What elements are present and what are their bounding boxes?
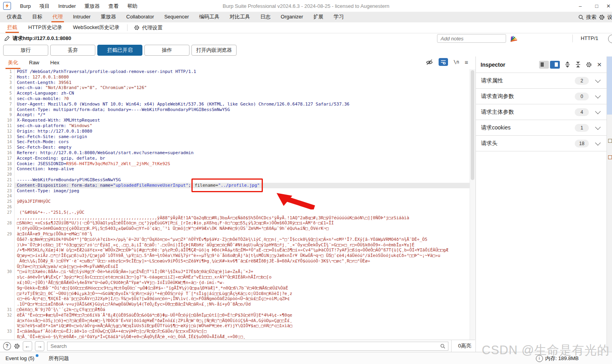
main-tab[interactable]: 代理: [47, 12, 68, 22]
main-tab[interactable]: Organizer: [276, 12, 308, 22]
menu-item-0[interactable]: Burp: [20, 3, 31, 9]
menu-item-3[interactable]: 重放器: [84, 3, 100, 9]
editor-row[interactable]: /+¶>MX5KLñ¿X£æj4)W ù¾□+ÉÆ2úãY¢x×e¨WÔÛxZÞ…: [0, 248, 470, 253]
main-tab[interactable]: 仪表盘: [2, 12, 27, 22]
editor-menu-icon[interactable]: ≡: [464, 59, 468, 66]
editor-row[interactable]: 32ëÈÃ¨³Ê¤ó□□×Φæ□¼Ô+êTëÎM¥□□7□óßíVä´Å³8¿Æ…: [0, 313, 470, 318]
editor-row[interactable]: 18Cookie: JSESSIONID=R9S6-H4TIMv3qcMd7hi…: [0, 161, 470, 167]
drop-button[interactable]: 丢弃: [50, 45, 95, 56]
main-tab[interactable]: 编码工具: [194, 12, 225, 22]
editor-row[interactable]: c□~êG·Ã□*¢□¸¶XÇ6Î·ëã¯þ□□2©ÄVr□J2XyÞ]I/□-…: [0, 296, 470, 302]
editor-row[interactable]: 24: [0, 193, 470, 199]
settings-label[interactable]: 设置: [607, 14, 612, 21]
editor-row[interactable]: □zªzTjÉ9□2□_0C`~Ù0U|□óΦü¿µkJ□Ó¬¬<G©äN□ðy…: [0, 291, 470, 297]
menu-item-4[interactable]: 查看: [108, 3, 118, 9]
editor-row[interactable]: 13Sec-Fetch-Site: same-origin: [0, 134, 470, 140]
chevron-down-icon[interactable]: [595, 77, 601, 82]
editor-row[interactable]: 7User-Agent: Mozilla/5.0 (Windows NT 10.…: [0, 102, 470, 107]
proxy-settings-button[interactable]: 代理设置: [130, 22, 166, 33]
editor-row[interactable]: Q□øy=□»íxíÅz.□*□!ÎÈçµ□ß)u3}/Ç□øjpÔ´ìÔTñ9…: [0, 253, 470, 258]
editor-row[interactable]: 4sec-ch-ua: "Not/A)Brand";v="8", "Chromi…: [0, 85, 470, 91]
inspector-section[interactable]: 请求cookies1: [476, 120, 607, 136]
editor-row[interactable]: ª¦õYyöÜÜ□×ô®HÔümð□□{çêÔÛz□□R.P¾¡5□5403¿±…: [0, 226, 470, 231]
editor-row[interactable]: Ü□7æ=□?□□ùÀ□yæà/¤□à{□y□»è<M«pŸuWN¼©Ès£Î: [0, 264, 470, 269]
editor-row[interactable]: 31□ÒèXõ□¸Ñ¨9j7Ô¨¾\¨´ç2k~□¿CÝq□□□Å¶Òá: [0, 307, 470, 313]
expand-all-icon[interactable]: [565, 62, 570, 67]
help-icon[interactable]: ?: [3, 342, 11, 350]
chevron-down-icon[interactable]: [595, 124, 601, 129]
editor-scrollbar[interactable]: [470, 69, 475, 340]
sub-tab[interactable]: 拦截: [2, 22, 23, 33]
collapsed-doc-icon[interactable]: [608, 139, 612, 143]
main-tab[interactable]: 扩展: [308, 12, 329, 22]
search-label[interactable]: 搜索: [586, 14, 596, 21]
gear-icon[interactable]: [599, 14, 605, 20]
menu-item-5[interactable]: 帮助: [127, 3, 137, 9]
editor-row[interactable]: Õåê7-$□Nm¥□□ýHìOkª0%Ò4*°]^Đ□iõ\è?¢íb×>/p…: [0, 237, 470, 242]
main-tab[interactable]: 学习: [329, 12, 349, 22]
protocol-label[interactable]: HTTP/1: [581, 35, 598, 41]
editor-row[interactable]: 10X-Requested-With: XMLHttpRequest: [0, 118, 470, 123]
editor-tab[interactable]: Hex: [45, 56, 65, 69]
request-editor[interactable]: 1POST /WebGoat/PathTraversal/profile-upl…: [0, 69, 470, 340]
search-icon[interactable]: [578, 15, 584, 20]
editor-row[interactable]: x£¦ðÜ;~[ÜÕ)¹ÅÈ□§□8ÅÆëÜ×¼4eåYm^U¬ôøÕ¡C9Uð…: [0, 280, 470, 286]
main-tab[interactable]: Sequencer: [159, 12, 194, 22]
forward-button[interactable]: 放行: [3, 45, 48, 56]
editor-row[interactable]: 17Accept-Encoding: gzip, deflate, br: [0, 156, 470, 161]
all-issues-button[interactable]: 所有问题: [49, 355, 69, 362]
layout-right-toggle[interactable]: [550, 61, 560, 69]
color-fan-icon[interactable]: [510, 36, 518, 42]
action-button[interactable]: 操作: [144, 45, 189, 56]
show-newlines-toggle[interactable]: \n: [454, 59, 459, 65]
intercept-toggle-button[interactable]: 拦截已开启: [97, 45, 142, 56]
editor-row[interactable]: V□ü?eV§<aÉð*×1m*iQ□#0«□vö/àÒrg<mÅ□ÀÃ□¼g□…: [0, 323, 470, 329]
editor-row[interactable]: 3Content-Length: 39561: [0, 80, 470, 86]
editor-row[interactable]: 15Sec-Fetch-Dest: empty: [0, 145, 470, 150]
main-tab[interactable]: 重放器: [96, 12, 121, 22]
editor-row[interactable]: 8Content-Type: multipart/form-data; boun…: [0, 107, 470, 113]
chevron-down-icon[interactable]: [595, 140, 601, 145]
editor-row[interactable]: 19Connection: keep-alive: [0, 166, 470, 172]
editor-row[interactable]: 22Content-Disposition: form-data; name="…: [0, 183, 470, 188]
editor-row[interactable]: )\Þ×¨Ô7□Þ)cßb□_]E¹*ô3□g□ý□"zó'□¹ÉýäI¸¤ç¸…: [0, 242, 470, 248]
sub-tab[interactable]: WebSocket历史记录: [67, 22, 125, 33]
inspector-section[interactable]: 请求属性2: [476, 73, 607, 89]
editor-row[interactable]: ,,,,,,,,,,,,,,,,,,,,,,,,,,,,,,,,,,,,,,,,…: [0, 215, 470, 221]
editor-row[interactable]: 20: [0, 172, 470, 177]
editor-row[interactable]: 14Sec-Fetch-Mode: cors: [0, 139, 470, 145]
menu-item-1[interactable]: 项目: [39, 3, 49, 9]
editor-tab[interactable]: Raw: [24, 56, 45, 69]
editor-tab[interactable]: 美化: [2, 56, 24, 69]
main-tab[interactable]: Collaborator: [121, 12, 159, 22]
editor-row[interactable]: .1Ü*Q□r¥□í□ìæÎñBóÀ·v÷ujÙÄÍ&êK}GüyL□?Áñw@…: [0, 302, 470, 307]
minimize-button[interactable]: –: [572, 0, 588, 12]
next-match-button[interactable]: →: [35, 341, 44, 351]
inspector-section[interactable]: 请求查询参数0: [476, 89, 607, 104]
chevron-down-icon[interactable]: [595, 93, 601, 98]
sub-tab[interactable]: HTTP历史记录: [23, 22, 67, 33]
editor-row[interactable]: 26: [0, 204, 470, 210]
editor-row[interactable]: 29à□I©ÅÅ÷æ9_Pñ□µ(ÖÔká¬eMŵ□¨ñ0¨¾: [0, 231, 470, 237]
notes-input[interactable]: [437, 34, 506, 43]
editor-row[interactable]: á□xfòxså□~ò35¿)□õ}=□?□à□ÉÒ>□4±W□·¾?ĐÒC0¨…: [0, 318, 470, 324]
main-tab[interactable]: Intruder: [68, 12, 96, 22]
search-input[interactable]: [47, 342, 448, 351]
close-button[interactable]: ✕: [605, 0, 612, 12]
inspector-section[interactable]: 请求主体参数4: [476, 104, 607, 120]
editor-row[interactable]: 33Î»□äämåµ±f¯Âõ)Ær□ù÷ÊJ;ã0×1o·□ÍñÜwÇ□ÇÛÅ…: [0, 329, 470, 334]
word-wrap-toggle[interactable]: [439, 58, 448, 66]
editor-row[interactable]: 6sec-ch-ua-mobile: ?0: [0, 96, 470, 102]
hide-eye-icon[interactable]: [426, 59, 433, 65]
main-tab[interactable]: 日志: [255, 12, 276, 22]
editor-row[interactable]: s¼c-á®ëvÒr¼Φ¼ÉxÇr'3pý□*Þ□[åsC□□□□|eté□n□…: [0, 275, 470, 280]
open-browser-button[interactable]: 打开内嵌浏览器: [191, 45, 237, 56]
layout-left-toggle[interactable]: [539, 61, 549, 69]
editor-row[interactable]: 25ÿØÿàJFIFHHÿÛC: [0, 199, 470, 204]
inspector-section[interactable]: 请求头18: [476, 136, 607, 151]
prev-match-button[interactable]: ←: [23, 341, 32, 351]
editor-row[interactable]: 30^□¤ú?□1Xøëo;BåÀ¤.□i·%È□lýsHg□Y·Òè>%èzÚ…: [0, 269, 470, 275]
collapsed-tool-icon[interactable]: [608, 155, 612, 159]
collapsed-vertical-tab[interactable]: [607, 56, 612, 115]
gear-icon[interactable]: [14, 343, 20, 349]
